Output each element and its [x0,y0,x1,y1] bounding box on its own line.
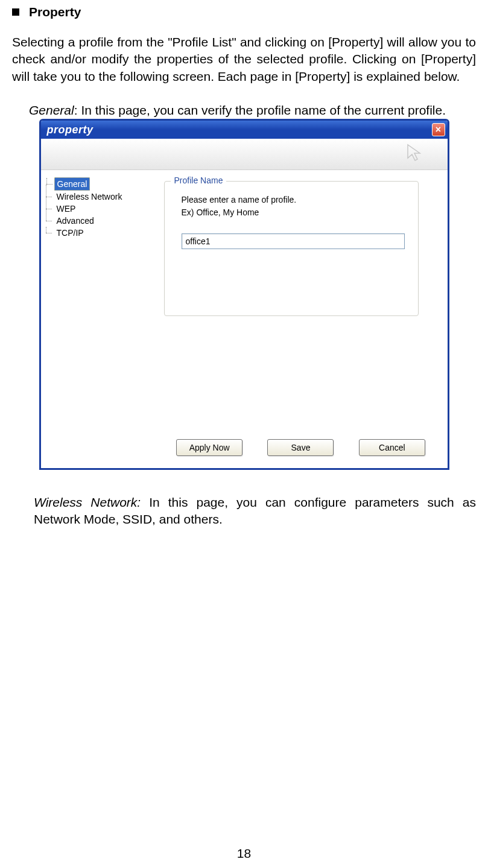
wireless-network-paragraph: Wireless Network: In this page, you can … [12,494,476,528]
tree-item-wep[interactable]: WEP [54,203,146,215]
desc-line-1: Please enter a name of profile. [182,194,405,206]
tree-label: WEP [57,204,76,214]
tree-item-tcpip[interactable]: TCP/IP [54,227,146,239]
window-titlebar: property × [41,121,448,139]
window-title: property [47,124,93,136]
desc-line-2: Ex) Office, My Home [182,206,405,219]
general-label: General [29,103,74,117]
nav-tree: General Wireless Network WEP Advanced TC… [41,170,150,429]
cancel-button[interactable]: Cancel [359,439,425,456]
general-description: General: In this page, you can verify th… [12,103,476,118]
close-button[interactable]: × [432,123,445,136]
tree-label: Wireless Network [57,192,122,201]
tree-label: General [57,179,87,189]
bullet-icon [12,8,19,16]
section-heading: Property [12,5,476,19]
intro-paragraph: Selecting a profile from the "Profile Li… [12,34,476,85]
save-button[interactable]: Save [267,439,334,456]
tree-label: TCP/IP [57,228,84,238]
window-body: General Wireless Network WEP Advanced TC… [41,139,448,468]
tree-label: Advanced [57,216,94,226]
window-toolbar [41,139,448,170]
tree-item-advanced[interactable]: Advanced [54,215,146,227]
close-icon: × [436,124,441,135]
heading-text: Property [29,5,81,19]
tree-item-general[interactable]: General [54,177,90,191]
button-row: Apply Now Save Cancel [41,429,448,468]
page-number: 18 [237,846,251,861]
property-window: property × General Wireless Network WEP … [39,119,449,470]
right-panel: Profile Name Please enter a name of prof… [150,170,448,429]
tree-item-wireless-network[interactable]: Wireless Network [54,191,146,203]
general-rest: : In this page, you can verify the profi… [74,103,446,117]
content-area: General Wireless Network WEP Advanced TC… [41,170,448,429]
wireless-label: Wireless Network: [34,495,141,509]
cursor-icon [405,142,427,166]
profile-name-fieldset: Profile Name Please enter a name of prof… [164,181,419,316]
profile-name-input[interactable] [182,233,405,249]
apply-now-button[interactable]: Apply Now [176,439,242,456]
fieldset-legend: Profile Name [171,176,227,185]
field-description: Please enter a name of profile. Ex) Offi… [182,194,405,219]
